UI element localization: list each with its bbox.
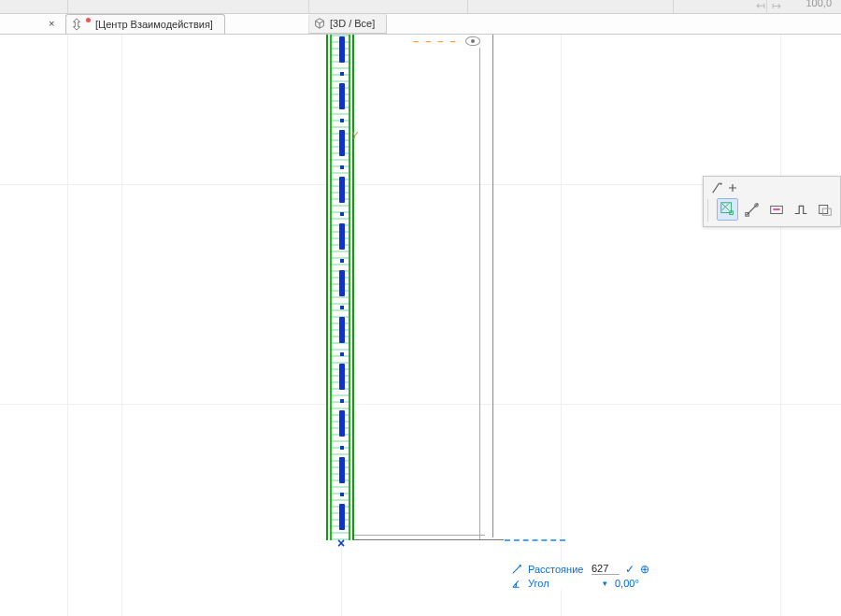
chevron-down-icon[interactable]: ▾ (603, 579, 607, 588)
close-tab-button[interactable]: × (49, 18, 54, 29)
dimension-value: 100,0 (805, 0, 832, 8)
wall-base-edge (354, 539, 504, 540)
selected-wall[interactable] (326, 35, 354, 540)
distance-icon (511, 564, 522, 574)
axis-dash (339, 177, 345, 203)
wall-base-edge (354, 535, 485, 536)
svg-point-0 (720, 182, 721, 184)
hotspot-cross-icon[interactable]: × (337, 536, 345, 551)
axis-dash (339, 504, 345, 530)
drawing-canvas[interactable]: Y × – – – – Расстояние ✓ ⊕ Угол ▾ 0,00° (0, 35, 841, 616)
wall-core-edge (349, 35, 350, 540)
axis-dash (339, 36, 345, 63)
axis-dot (340, 493, 344, 496)
separator (707, 199, 708, 222)
axis-dot (340, 119, 344, 122)
axis-dash (339, 364, 345, 390)
axis-dash (339, 270, 345, 296)
palette-title (707, 180, 836, 195)
distance-label: Расстояние (528, 564, 586, 575)
guide-extension (505, 539, 565, 541)
svg-rect-7 (823, 208, 832, 215)
tab-3d-all[interactable]: [3D / Все] (308, 14, 387, 34)
coordinate-tracker: Расстояние ✓ ⊕ Угол ▾ 0,00° (511, 562, 649, 590)
axis-dash (339, 83, 345, 109)
axis-dash (339, 410, 345, 437)
wall-edge (492, 35, 493, 537)
plus-icon (728, 183, 737, 193)
grid-line (561, 35, 562, 616)
locator-icon[interactable]: ⊕ (640, 563, 649, 576)
wall-core-edge (330, 35, 332, 540)
tool-move-node[interactable] (717, 198, 738, 221)
axis-dash (339, 457, 345, 483)
axis-dot (340, 259, 344, 263)
tool-insert-node[interactable] (741, 198, 763, 221)
axis-dot (340, 306, 344, 309)
dimension-arrows-icon: ↤ ↦ (756, 0, 783, 12)
eye-icon[interactable] (465, 36, 480, 46)
axis-dot (340, 72, 344, 76)
tab-label: [Центр Взаимодействия] (95, 19, 213, 30)
notification-dot-icon (86, 18, 91, 22)
axis-dash (339, 130, 345, 156)
tool-curve-edge[interactable] (765, 198, 787, 221)
angle-icon (511, 578, 522, 588)
viewport-border (67, 35, 68, 616)
trace-legend[interactable]: – – – – (409, 35, 484, 48)
svg-rect-6 (820, 206, 828, 214)
axis-dot (340, 446, 344, 450)
wall-edge (479, 35, 480, 540)
distance-input[interactable] (592, 563, 620, 575)
grid-line (0, 404, 841, 405)
hub-icon (70, 18, 83, 31)
axis-dash (339, 317, 345, 343)
palette-tool-row (707, 195, 836, 221)
angle-value: 0,00° (615, 578, 639, 589)
trace-dash-icon: – – – – (413, 36, 458, 47)
confirm-check-icon[interactable]: ✓ (625, 563, 634, 576)
tab-interaction-center[interactable]: [Центр Взаимодействия] (65, 14, 225, 34)
axis-dot (340, 165, 344, 169)
cube-icon (313, 17, 326, 30)
tool-offset-edge[interactable] (815, 198, 836, 221)
axis-y-label: Y (351, 131, 358, 141)
toolbar-strip: ↤ ↦ 100,0 (0, 0, 841, 14)
line-edit-icon (711, 181, 724, 194)
axis-dash (339, 223, 345, 250)
pet-palette[interactable] (703, 176, 841, 227)
tab-label: [3D / Все] (330, 18, 375, 29)
axis-dot (340, 212, 344, 216)
grid-line (121, 35, 122, 616)
angle-label: Угол (528, 578, 586, 589)
axis-dot (340, 399, 344, 403)
tab-bar: × [Центр Взаимодействия] [3D / Все] (0, 14, 841, 35)
axis-dot (340, 352, 344, 356)
tool-break-edge[interactable] (791, 198, 812, 221)
grid-line (780, 35, 781, 616)
